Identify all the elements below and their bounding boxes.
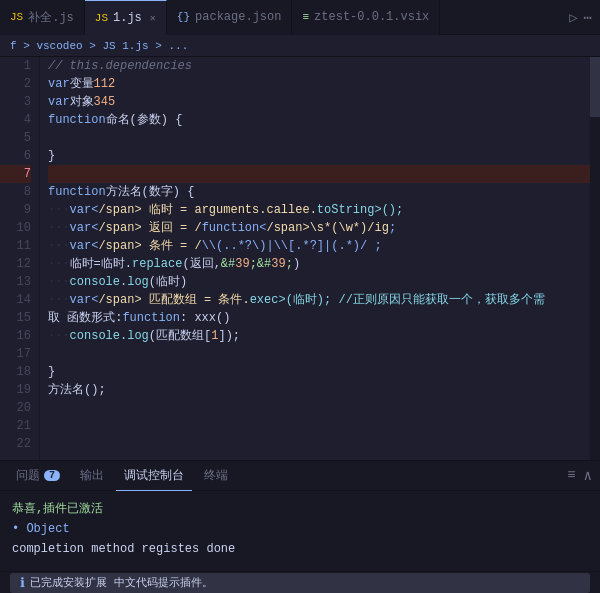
tab-label-vsix: ztest-0.0.1.vsix (314, 10, 429, 24)
code-line-8: function 方法名(数字) { (48, 183, 590, 201)
panel-tab-label-terminal: 终端 (204, 467, 228, 484)
breadcrumb-text: f > vscodeo > JS 1.js > ... (10, 40, 188, 52)
line-num-5: 5 (0, 129, 31, 147)
panel-line-2: completion method registes done (12, 539, 588, 559)
line-num-21: 21 (0, 417, 31, 435)
line-num-6: 6 (0, 147, 31, 165)
line-num-2: 2 (0, 75, 31, 93)
code-line-13: · · · console.log(临时) (48, 273, 590, 291)
code-line-9: · · · var</span> 临时 = arguments.callee.t… (48, 201, 590, 219)
code-line-16: · · · console.log(匹配数组[1]); (48, 327, 590, 345)
line-num-11: 11 (0, 237, 31, 255)
tab-actions: ▷ ⋯ (561, 9, 600, 26)
tab-bar: JS补全.jsJS1.js✕{}package.json≡ztest-0.0.1… (0, 0, 600, 35)
code-line-20 (48, 399, 590, 417)
tab-vsix[interactable]: ≡ztest-0.0.1.vsix (292, 0, 440, 35)
code-line-6: } (48, 147, 590, 165)
code-line-12: · · · 临时=临时.replace(返回,&#39;&#39;) (48, 255, 590, 273)
code-line-2: var 变量112 (48, 75, 590, 93)
line-num-18: 18 (0, 363, 31, 381)
line-num-1: 1 (0, 57, 31, 75)
code-line-15: 取 函数形式: function : xxx() (48, 309, 590, 327)
status-notification: ℹ 已完成安装扩展 中文代码提示插件。 (10, 573, 590, 593)
tab-package[interactable]: {}package.json (167, 0, 293, 35)
panel-line-1[interactable]: • Object (12, 519, 588, 539)
line-num-20: 20 (0, 399, 31, 417)
line-num-10: 10 (0, 219, 31, 237)
run-icon[interactable]: ▷ (569, 9, 577, 26)
code-line-11: · · · var</span> 条件 = /\\(..*?\)|\\[.*?]… (48, 237, 590, 255)
panel-tab-label-output: 输出 (80, 467, 104, 484)
line-num-9: 9 (0, 201, 31, 219)
line-num-4: 4 (0, 111, 31, 129)
code-content[interactable]: // this.dependenciesvar 变量112var 对象345fu… (40, 57, 590, 460)
panel-content: 恭喜,插件已激活• Objectcompletion method regist… (0, 491, 600, 571)
code-line-17 (48, 345, 590, 363)
code-line-21 (48, 417, 590, 435)
code-line-10: · · · var</span> 返回 = /function</span>\s… (48, 219, 590, 237)
code-line-1: // this.dependencies (48, 57, 590, 75)
panel-tab-terminal[interactable]: 终端 (196, 461, 236, 491)
minimap (590, 57, 600, 460)
tab-label-supplement: 补全.js (28, 9, 74, 26)
panel-tab-icons: ≡∧ (567, 467, 592, 484)
panel-settings-icon[interactable]: ≡ (567, 467, 575, 484)
line-num-19: 19 (0, 381, 31, 399)
info-icon: ℹ (20, 575, 25, 591)
panel-tab-label-debug: 调试控制台 (124, 467, 184, 484)
line-gutter: 12345678910111213141516171819202122 (0, 57, 40, 460)
tab-icon-vsix: ≡ (302, 11, 309, 23)
line-num-22: 22 (0, 435, 31, 453)
tab-supplement[interactable]: JS补全.js (0, 0, 85, 35)
editor-area: 12345678910111213141516171819202122 // t… (0, 57, 600, 460)
line-num-16: 16 (0, 327, 31, 345)
code-line-22 (48, 435, 590, 453)
line-num-7: 7 (0, 165, 31, 183)
panel-tab-badge-problems: 7 (44, 470, 60, 481)
line-num-15: 15 (0, 309, 31, 327)
minimap-thumb[interactable] (590, 57, 600, 117)
code-line-4: function 命名(参数) { (48, 111, 590, 129)
panel-tab-output[interactable]: 输出 (72, 461, 112, 491)
code-line-18: } (48, 363, 590, 381)
line-num-13: 13 (0, 273, 31, 291)
tab-close-main[interactable]: ✕ (150, 12, 156, 24)
line-num-14: 14 (0, 291, 31, 309)
panel-line-0: 恭喜,插件已激活 (12, 499, 588, 519)
line-num-8: 8 (0, 183, 31, 201)
panel-tabs: 问题7输出调试控制台终端≡∧ (0, 461, 600, 491)
status-text: 已完成安装扩展 中文代码提示插件。 (30, 575, 213, 590)
more-icon[interactable]: ⋯ (584, 9, 592, 26)
breadcrumb: f > vscodeo > JS 1.js > ... (0, 35, 600, 57)
tab-icon-supplement: JS (10, 11, 23, 23)
panel-tab-label-problems: 问题 (16, 467, 40, 484)
tab-label-package: package.json (195, 10, 281, 24)
code-line-3: var 对象345 (48, 93, 590, 111)
panel-close-icon[interactable]: ∧ (584, 467, 592, 484)
panel-tab-debug[interactable]: 调试控制台 (116, 461, 192, 491)
code-line-7 (48, 165, 590, 183)
tab-icon-package: {} (177, 11, 190, 23)
tab-label-main: 1.js (113, 11, 142, 25)
panel-tab-problems[interactable]: 问题7 (8, 461, 68, 491)
line-num-17: 17 (0, 345, 31, 363)
status-bar: ℹ 已完成安装扩展 中文代码提示插件。 (0, 571, 600, 593)
tab-main[interactable]: JS1.js✕ (85, 0, 167, 35)
line-num-12: 12 (0, 255, 31, 273)
bottom-panel: 问题7输出调试控制台终端≡∧ 恭喜,插件已激活• Objectcompletio… (0, 460, 600, 571)
code-line-5 (48, 129, 590, 147)
line-num-3: 3 (0, 93, 31, 111)
tab-icon-main: JS (95, 12, 108, 24)
code-line-19: 方法名(); (48, 381, 590, 399)
code-line-14: · · · var</span> 匹配数组 = 条件.exec>(临时); //… (48, 291, 590, 309)
